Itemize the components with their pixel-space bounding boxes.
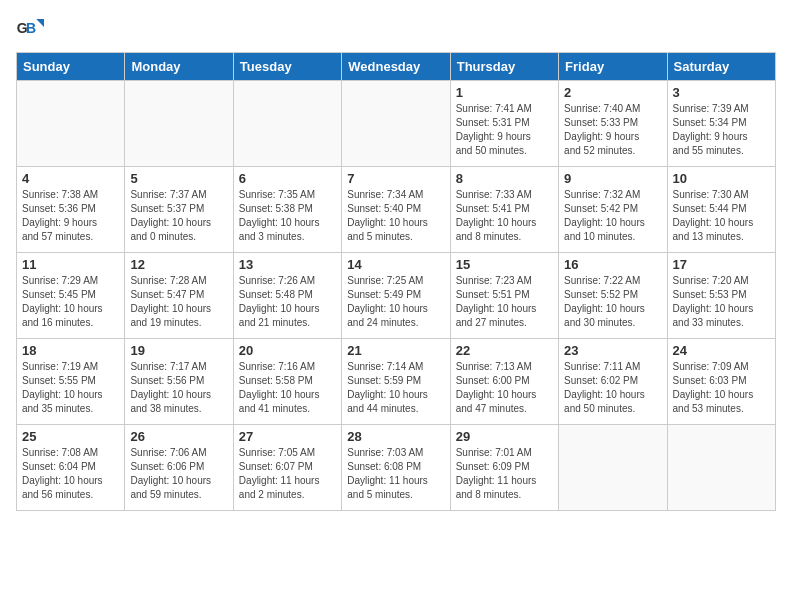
calendar-week-row: 18Sunrise: 7:19 AM Sunset: 5:55 PM Dayli… bbox=[17, 339, 776, 425]
calendar-cell: 14Sunrise: 7:25 AM Sunset: 5:49 PM Dayli… bbox=[342, 253, 450, 339]
day-info: Sunrise: 7:06 AM Sunset: 6:06 PM Dayligh… bbox=[130, 446, 227, 502]
day-info: Sunrise: 7:16 AM Sunset: 5:58 PM Dayligh… bbox=[239, 360, 336, 416]
calendar-week-row: 1Sunrise: 7:41 AM Sunset: 5:31 PM Daylig… bbox=[17, 81, 776, 167]
calendar-header-tuesday: Tuesday bbox=[233, 53, 341, 81]
day-number: 6 bbox=[239, 171, 336, 186]
day-info: Sunrise: 7:39 AM Sunset: 5:34 PM Dayligh… bbox=[673, 102, 770, 158]
calendar-cell: 18Sunrise: 7:19 AM Sunset: 5:55 PM Dayli… bbox=[17, 339, 125, 425]
day-info: Sunrise: 7:40 AM Sunset: 5:33 PM Dayligh… bbox=[564, 102, 661, 158]
day-number: 17 bbox=[673, 257, 770, 272]
day-number: 7 bbox=[347, 171, 444, 186]
day-number: 24 bbox=[673, 343, 770, 358]
day-info: Sunrise: 7:34 AM Sunset: 5:40 PM Dayligh… bbox=[347, 188, 444, 244]
day-number: 14 bbox=[347, 257, 444, 272]
calendar-table: SundayMondayTuesdayWednesdayThursdayFrid… bbox=[16, 52, 776, 511]
calendar-cell: 21Sunrise: 7:14 AM Sunset: 5:59 PM Dayli… bbox=[342, 339, 450, 425]
calendar-cell: 22Sunrise: 7:13 AM Sunset: 6:00 PM Dayli… bbox=[450, 339, 558, 425]
day-info: Sunrise: 7:28 AM Sunset: 5:47 PM Dayligh… bbox=[130, 274, 227, 330]
calendar-cell: 23Sunrise: 7:11 AM Sunset: 6:02 PM Dayli… bbox=[559, 339, 667, 425]
day-number: 20 bbox=[239, 343, 336, 358]
day-number: 1 bbox=[456, 85, 553, 100]
svg-text:B: B bbox=[26, 20, 36, 36]
day-info: Sunrise: 7:17 AM Sunset: 5:56 PM Dayligh… bbox=[130, 360, 227, 416]
calendar-cell: 12Sunrise: 7:28 AM Sunset: 5:47 PM Dayli… bbox=[125, 253, 233, 339]
calendar-week-row: 11Sunrise: 7:29 AM Sunset: 5:45 PM Dayli… bbox=[17, 253, 776, 339]
day-number: 25 bbox=[22, 429, 119, 444]
logo: G B bbox=[16, 16, 48, 44]
day-info: Sunrise: 7:33 AM Sunset: 5:41 PM Dayligh… bbox=[456, 188, 553, 244]
day-info: Sunrise: 7:22 AM Sunset: 5:52 PM Dayligh… bbox=[564, 274, 661, 330]
day-info: Sunrise: 7:32 AM Sunset: 5:42 PM Dayligh… bbox=[564, 188, 661, 244]
calendar-cell bbox=[125, 81, 233, 167]
calendar-cell: 28Sunrise: 7:03 AM Sunset: 6:08 PM Dayli… bbox=[342, 425, 450, 511]
calendar-cell: 16Sunrise: 7:22 AM Sunset: 5:52 PM Dayli… bbox=[559, 253, 667, 339]
day-number: 27 bbox=[239, 429, 336, 444]
day-number: 15 bbox=[456, 257, 553, 272]
calendar-week-row: 25Sunrise: 7:08 AM Sunset: 6:04 PM Dayli… bbox=[17, 425, 776, 511]
calendar-header-sunday: Sunday bbox=[17, 53, 125, 81]
calendar-cell: 1Sunrise: 7:41 AM Sunset: 5:31 PM Daylig… bbox=[450, 81, 558, 167]
day-info: Sunrise: 7:19 AM Sunset: 5:55 PM Dayligh… bbox=[22, 360, 119, 416]
calendar-cell: 5Sunrise: 7:37 AM Sunset: 5:37 PM Daylig… bbox=[125, 167, 233, 253]
calendar-cell bbox=[559, 425, 667, 511]
calendar-cell: 26Sunrise: 7:06 AM Sunset: 6:06 PM Dayli… bbox=[125, 425, 233, 511]
day-number: 12 bbox=[130, 257, 227, 272]
day-info: Sunrise: 7:29 AM Sunset: 5:45 PM Dayligh… bbox=[22, 274, 119, 330]
calendar-cell: 13Sunrise: 7:26 AM Sunset: 5:48 PM Dayli… bbox=[233, 253, 341, 339]
calendar-cell: 9Sunrise: 7:32 AM Sunset: 5:42 PM Daylig… bbox=[559, 167, 667, 253]
calendar-cell: 8Sunrise: 7:33 AM Sunset: 5:41 PM Daylig… bbox=[450, 167, 558, 253]
calendar-header-friday: Friday bbox=[559, 53, 667, 81]
day-info: Sunrise: 7:30 AM Sunset: 5:44 PM Dayligh… bbox=[673, 188, 770, 244]
day-info: Sunrise: 7:08 AM Sunset: 6:04 PM Dayligh… bbox=[22, 446, 119, 502]
calendar-cell: 25Sunrise: 7:08 AM Sunset: 6:04 PM Dayli… bbox=[17, 425, 125, 511]
logo-icon: G B bbox=[16, 16, 44, 44]
calendar-cell bbox=[233, 81, 341, 167]
day-info: Sunrise: 7:14 AM Sunset: 5:59 PM Dayligh… bbox=[347, 360, 444, 416]
day-info: Sunrise: 7:26 AM Sunset: 5:48 PM Dayligh… bbox=[239, 274, 336, 330]
day-number: 10 bbox=[673, 171, 770, 186]
calendar-cell: 27Sunrise: 7:05 AM Sunset: 6:07 PM Dayli… bbox=[233, 425, 341, 511]
day-info: Sunrise: 7:38 AM Sunset: 5:36 PM Dayligh… bbox=[22, 188, 119, 244]
calendar-cell: 3Sunrise: 7:39 AM Sunset: 5:34 PM Daylig… bbox=[667, 81, 775, 167]
svg-marker-2 bbox=[36, 19, 44, 27]
calendar-cell: 4Sunrise: 7:38 AM Sunset: 5:36 PM Daylig… bbox=[17, 167, 125, 253]
calendar-cell bbox=[667, 425, 775, 511]
day-info: Sunrise: 7:23 AM Sunset: 5:51 PM Dayligh… bbox=[456, 274, 553, 330]
day-number: 2 bbox=[564, 85, 661, 100]
day-number: 8 bbox=[456, 171, 553, 186]
calendar-header-row: SundayMondayTuesdayWednesdayThursdayFrid… bbox=[17, 53, 776, 81]
calendar-cell: 24Sunrise: 7:09 AM Sunset: 6:03 PM Dayli… bbox=[667, 339, 775, 425]
day-info: Sunrise: 7:41 AM Sunset: 5:31 PM Dayligh… bbox=[456, 102, 553, 158]
day-number: 9 bbox=[564, 171, 661, 186]
day-info: Sunrise: 7:11 AM Sunset: 6:02 PM Dayligh… bbox=[564, 360, 661, 416]
day-info: Sunrise: 7:13 AM Sunset: 6:00 PM Dayligh… bbox=[456, 360, 553, 416]
calendar-cell: 29Sunrise: 7:01 AM Sunset: 6:09 PM Dayli… bbox=[450, 425, 558, 511]
day-info: Sunrise: 7:35 AM Sunset: 5:38 PM Dayligh… bbox=[239, 188, 336, 244]
day-number: 3 bbox=[673, 85, 770, 100]
calendar-cell: 7Sunrise: 7:34 AM Sunset: 5:40 PM Daylig… bbox=[342, 167, 450, 253]
calendar-cell: 20Sunrise: 7:16 AM Sunset: 5:58 PM Dayli… bbox=[233, 339, 341, 425]
day-number: 11 bbox=[22, 257, 119, 272]
day-number: 29 bbox=[456, 429, 553, 444]
day-number: 4 bbox=[22, 171, 119, 186]
day-info: Sunrise: 7:05 AM Sunset: 6:07 PM Dayligh… bbox=[239, 446, 336, 502]
calendar-cell bbox=[17, 81, 125, 167]
calendar-header-thursday: Thursday bbox=[450, 53, 558, 81]
calendar-header-saturday: Saturday bbox=[667, 53, 775, 81]
calendar-cell: 2Sunrise: 7:40 AM Sunset: 5:33 PM Daylig… bbox=[559, 81, 667, 167]
day-info: Sunrise: 7:37 AM Sunset: 5:37 PM Dayligh… bbox=[130, 188, 227, 244]
day-number: 13 bbox=[239, 257, 336, 272]
calendar-cell: 17Sunrise: 7:20 AM Sunset: 5:53 PM Dayli… bbox=[667, 253, 775, 339]
day-info: Sunrise: 7:20 AM Sunset: 5:53 PM Dayligh… bbox=[673, 274, 770, 330]
day-number: 5 bbox=[130, 171, 227, 186]
day-info: Sunrise: 7:25 AM Sunset: 5:49 PM Dayligh… bbox=[347, 274, 444, 330]
calendar-week-row: 4Sunrise: 7:38 AM Sunset: 5:36 PM Daylig… bbox=[17, 167, 776, 253]
calendar-cell bbox=[342, 81, 450, 167]
day-number: 16 bbox=[564, 257, 661, 272]
calendar-cell: 11Sunrise: 7:29 AM Sunset: 5:45 PM Dayli… bbox=[17, 253, 125, 339]
day-number: 23 bbox=[564, 343, 661, 358]
day-number: 21 bbox=[347, 343, 444, 358]
calendar-cell: 15Sunrise: 7:23 AM Sunset: 5:51 PM Dayli… bbox=[450, 253, 558, 339]
day-info: Sunrise: 7:09 AM Sunset: 6:03 PM Dayligh… bbox=[673, 360, 770, 416]
day-number: 26 bbox=[130, 429, 227, 444]
